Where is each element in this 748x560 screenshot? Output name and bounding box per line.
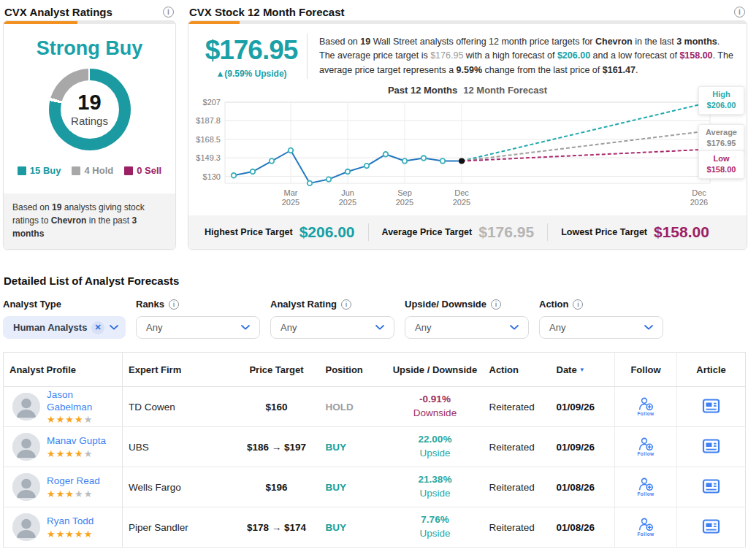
info-icon[interactable]: i <box>573 299 583 310</box>
ratings-panel-title: CVX Analyst Ratings <box>4 6 112 18</box>
avatar[interactable] <box>12 473 40 501</box>
remove-filter-icon[interactable]: ✕ <box>91 321 104 334</box>
text-segment: Chevron <box>51 215 87 226</box>
article-button[interactable] <box>701 397 721 415</box>
svg-text:$130: $130 <box>203 172 221 181</box>
chart-title-past: Past 12 Months <box>388 85 457 96</box>
filter-value: Any <box>146 322 162 333</box>
chevron-down-icon <box>241 325 250 330</box>
ratings-donut-chart: 19 Ratings <box>49 69 131 150</box>
text-segment: $206.00 <box>557 50 590 61</box>
price-target-stat: Average Price Target$176.95 <box>368 223 548 241</box>
filter-dropdown[interactable]: Any <box>405 316 529 339</box>
follow-button[interactable]: Follow <box>637 517 654 537</box>
filter-label: Ranks <box>136 299 164 310</box>
article-icon <box>701 437 721 455</box>
analyst-avatar-image <box>12 393 40 421</box>
avatar[interactable] <box>12 433 40 461</box>
column-header-price-target: Price Target <box>234 353 320 387</box>
filter-dropdown[interactable]: Any <box>539 316 663 339</box>
follow-user-icon <box>637 517 654 532</box>
svg-text:$207: $207 <box>203 98 221 107</box>
forecast-label-name: High <box>699 89 744 100</box>
filters-row: Analyst TypeHuman Analysts✕RanksiAnyAnal… <box>3 299 745 339</box>
table-row: Ryan Todd★★★★★Piper Sandler$178 → $174BU… <box>4 507 746 548</box>
article-button[interactable] <box>701 477 721 495</box>
filter-upside-downside: Upside/ DownsideiAny <box>405 299 529 339</box>
follow-button[interactable]: Follow <box>637 437 654 457</box>
filter-value: Human Analysts <box>13 322 91 333</box>
avatar[interactable] <box>12 513 40 541</box>
forecast-label-value: $158.00 <box>699 164 744 175</box>
svg-text:2025: 2025 <box>282 198 299 207</box>
date-cell: 01/09/26 <box>551 387 615 427</box>
forecast-chart: Past 12 Months12 Month Forecast $207$187… <box>188 85 747 212</box>
position-cell: HOLD <box>320 387 387 427</box>
expert-firm-cell: Wells Fargo <box>123 467 234 507</box>
article-icon <box>701 477 721 495</box>
analyst-type-filter-pill[interactable]: Human Analysts✕ <box>3 316 126 339</box>
article-button[interactable] <box>701 518 721 535</box>
avatar[interactable] <box>12 393 40 421</box>
filter-label: Upside/ Downside <box>405 299 486 310</box>
legend-label: 15 Buy <box>30 165 61 176</box>
column-header-article: Article <box>677 353 746 387</box>
date-cell: 01/09/26 <box>551 427 615 467</box>
chevron-down-icon <box>110 325 118 330</box>
svg-text:Jun: Jun <box>341 188 354 197</box>
detailed-forecasts-section: Detailed List of Analyst Forecasts Analy… <box>0 250 748 548</box>
upside-downside-cell: 21.38%Upside <box>387 467 484 507</box>
ratings-card: Strong Buy 19 Ratings 15 Buy4 Hold0 Sell… <box>3 20 176 250</box>
info-icon[interactable]: i <box>169 299 179 310</box>
filter-dropdown[interactable]: Any <box>270 316 394 339</box>
sort-descending-icon[interactable]: ▼ <box>579 367 585 373</box>
consensus-rating: Strong Buy <box>4 37 175 60</box>
analyst-star-rating: ★★★★★ <box>47 529 94 539</box>
analyst-star-rating: ★★★★★ <box>47 449 106 459</box>
forecast-card: $176.95 ▲(9.59% Upside) Based on 19 Wall… <box>188 20 747 250</box>
article-button[interactable] <box>701 437 721 455</box>
position-cell: BUY <box>320 427 387 467</box>
follow-button[interactable]: Follow <box>637 477 654 497</box>
analyst-forecasts-table: Analyst ProfileExpert FirmPrice TargetPo… <box>3 352 746 548</box>
text-segment: $161.47 <box>603 65 636 75</box>
svg-text:2025: 2025 <box>339 198 356 207</box>
analyst-name-link[interactable]: Manav Gupta <box>47 435 106 447</box>
follow-user-icon <box>637 477 654 491</box>
section-heading: Detailed List of Analyst Forecasts <box>3 275 745 287</box>
text-segment: Based on <box>12 202 52 212</box>
chart-title-forecast: 12 Month Forecast <box>463 85 547 96</box>
legend-swatch <box>124 166 133 175</box>
text-segment: with a high forecast of <box>463 50 557 61</box>
legend-label: 4 Hold <box>84 165 113 176</box>
action-cell: Reiterated <box>484 387 551 427</box>
info-icon[interactable]: i <box>734 7 745 18</box>
forecast-label-name: Average <box>699 127 744 138</box>
text-segment: in the past <box>86 215 131 226</box>
action-cell: Reiterated <box>484 507 551 548</box>
text-segment: . <box>636 65 638 75</box>
follow-button[interactable]: Follow <box>637 396 654 417</box>
info-icon[interactable]: i <box>491 299 501 310</box>
text-segment: in the last <box>633 37 676 47</box>
analyst-name-link[interactable]: Roger Read <box>47 475 100 487</box>
analyst-name-link[interactable]: Jason Gabelman <box>47 389 116 413</box>
analyst-avatar-image <box>12 513 40 541</box>
position-cell: BUY <box>320 467 387 507</box>
analyst-avatar-image <box>12 433 40 461</box>
stat-value: $206.00 <box>299 223 355 241</box>
text-segment: 9.59% <box>457 65 482 75</box>
analyst-name-link[interactable]: Ryan Todd <box>47 515 94 527</box>
text-segment: Based on <box>319 37 360 47</box>
ratings-count: 19 <box>77 92 101 113</box>
svg-text:$149.3: $149.3 <box>196 153 221 162</box>
forecast-label-value: $206.00 <box>699 100 744 111</box>
svg-text:Sep: Sep <box>397 188 412 197</box>
filter-dropdown[interactable]: Any <box>136 316 260 339</box>
text-segment: Wall Street analysts offering 12 month p… <box>370 37 595 47</box>
column-header-date[interactable]: Date▼ <box>551 353 615 387</box>
info-icon[interactable]: i <box>341 299 351 310</box>
position-cell: BUY <box>320 507 387 548</box>
info-icon[interactable]: i <box>163 7 174 18</box>
analyst-avatar-image <box>12 473 40 501</box>
